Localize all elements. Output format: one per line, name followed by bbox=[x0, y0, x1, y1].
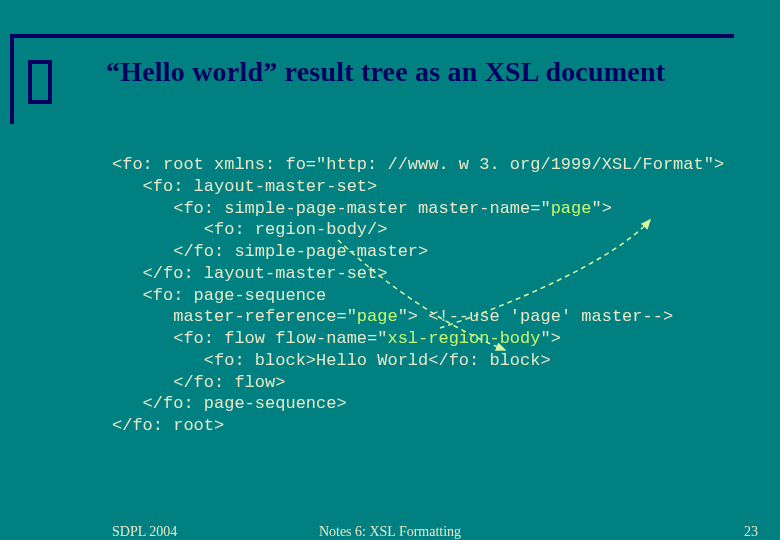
code-line: </fo: root> bbox=[112, 415, 724, 437]
code-line: </fo: flow> bbox=[112, 372, 724, 394]
header-rule-left bbox=[10, 34, 14, 124]
code-line: <fo: simple-page-master master-name="pag… bbox=[112, 198, 724, 220]
code-line: <fo: page-sequence bbox=[112, 285, 724, 307]
code-line: <fo: flow flow-name="xsl-region-body"> bbox=[112, 328, 724, 350]
highlighted-text: xsl-region-body bbox=[387, 329, 540, 348]
code-line: </fo: layout-master-set> bbox=[112, 263, 724, 285]
slide-title: “Hello world” result tree as an XSL docu… bbox=[106, 56, 665, 88]
code-line: master-reference="page"> <!--use 'page' … bbox=[112, 306, 724, 328]
highlighted-text: page bbox=[551, 199, 592, 218]
code-line: <fo: root xmlns: fo="http: //www. w 3. o… bbox=[112, 154, 724, 176]
code-line: </fo: simple-page-master> bbox=[112, 241, 724, 263]
code-block: <fo: root xmlns: fo="http: //www. w 3. o… bbox=[112, 154, 724, 437]
footer-left: SDPL 2004 bbox=[112, 524, 177, 540]
header-rule-top bbox=[10, 34, 734, 38]
footer-center: Notes 6: XSL Formatting bbox=[319, 524, 461, 540]
footer-page-number: 23 bbox=[744, 524, 758, 540]
code-line: <fo: block>Hello World</fo: block> bbox=[112, 350, 724, 372]
header-box-decoration bbox=[28, 60, 52, 104]
code-line: </fo: page-sequence> bbox=[112, 393, 724, 415]
code-line: <fo: layout-master-set> bbox=[112, 176, 724, 198]
highlighted-text: page bbox=[357, 307, 398, 326]
code-line: <fo: region-body/> bbox=[112, 219, 724, 241]
